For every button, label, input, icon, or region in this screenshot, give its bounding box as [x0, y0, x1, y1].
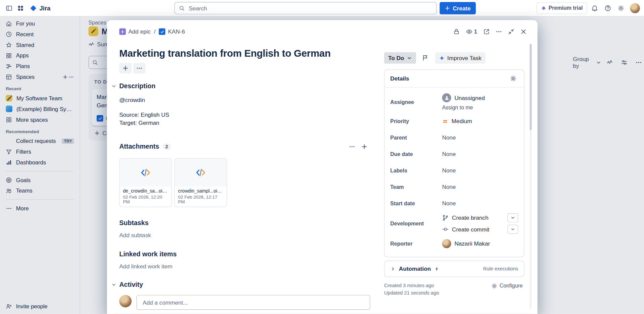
- unassigned-avatar-icon: [442, 93, 451, 102]
- configure-button[interactable]: Configure: [490, 282, 524, 290]
- flag-button[interactable]: [419, 52, 431, 64]
- more-icon: [136, 65, 143, 72]
- plus-icon: [122, 65, 129, 72]
- more-icon: [349, 143, 356, 150]
- attachment-card[interactable]: de_crowdin_sa...oid.xml 02 Feb 2026, 12:…: [119, 158, 172, 207]
- priority-medium-icon: [442, 118, 448, 124]
- content-more-button[interactable]: [133, 63, 146, 73]
- updated-timestamp: Updated 21 seconds ago: [384, 289, 439, 297]
- code-file-icon: [195, 167, 206, 178]
- watch-button[interactable]: 1: [463, 26, 480, 37]
- attachment-card[interactable]: crowdin_sampl...oid.xml 02 Feb 2026, 12:…: [174, 158, 227, 207]
- top-navigation: Jira Create Premium trial: [0, 0, 644, 16]
- app-name: Jira: [40, 4, 51, 11]
- chevron-down-icon[interactable]: [111, 282, 117, 287]
- scrollbar-thumb[interactable]: [530, 44, 532, 130]
- task-type-icon: [159, 29, 166, 35]
- modal-scrollbar[interactable]: [530, 44, 532, 309]
- user-avatar[interactable]: [630, 3, 640, 13]
- created-timestamp: Created 3 minutes ago: [384, 282, 439, 289]
- eye-icon: [466, 29, 472, 35]
- details-panel: Details Assignee Unassigned Assign t: [384, 69, 524, 257]
- add-linked-item-button[interactable]: Add linked work item: [119, 263, 370, 270]
- team-value[interactable]: None: [442, 184, 518, 190]
- priority-value[interactable]: Medium: [442, 118, 518, 125]
- watch-count: 1: [474, 29, 477, 35]
- assign-to-me-link[interactable]: Assign to me: [442, 104, 518, 110]
- bell-icon: [591, 5, 598, 11]
- premium-trial-button[interactable]: Premium trial: [537, 2, 587, 14]
- epic-icon: [119, 29, 126, 35]
- reporter-value[interactable]: Nazarii Makar: [442, 239, 518, 248]
- description-target-line: Target: German: [119, 119, 370, 127]
- gear-icon: [491, 283, 497, 289]
- comment-input[interactable]: [142, 299, 365, 306]
- attachment-filename: crowdin_sampl...oid.xml: [178, 189, 223, 194]
- flag-icon: [422, 55, 428, 61]
- settings-button[interactable]: [615, 2, 627, 14]
- activity-heading: Activity: [119, 281, 143, 289]
- assignee-value[interactable]: Unassigned: [442, 93, 518, 102]
- details-settings-button[interactable]: [508, 73, 518, 83]
- help-button[interactable]: [602, 2, 613, 14]
- breadcrumb-separator: /: [154, 29, 156, 35]
- share-icon: [483, 29, 490, 35]
- issue-key-link[interactable]: KAN-6: [159, 29, 185, 35]
- close-modal-button[interactable]: [518, 26, 529, 37]
- collapse-modal-button[interactable]: [505, 26, 517, 37]
- create-commit-row[interactable]: Create commit: [442, 225, 518, 234]
- attachments-heading: Attachments: [119, 143, 159, 150]
- global-search-input[interactable]: [188, 4, 432, 12]
- branch-dropdown-button[interactable]: [507, 213, 518, 222]
- issue-title[interactable]: Marketing translation from English to Ge…: [119, 47, 370, 60]
- app-switcher-button[interactable]: [15, 2, 26, 14]
- chevron-down-icon: [510, 227, 515, 232]
- attachments-more-button[interactable]: [346, 141, 358, 152]
- premium-diamond-icon: [541, 6, 546, 11]
- share-button[interactable]: [481, 26, 492, 37]
- jira-logo[interactable]: Jira: [26, 4, 54, 12]
- subtasks-heading: Subtasks: [119, 219, 148, 227]
- start-date-value[interactable]: None: [442, 200, 518, 207]
- commit-icon: [442, 226, 449, 233]
- notifications-button[interactable]: [589, 2, 600, 14]
- status-dropdown[interactable]: To Do: [384, 52, 416, 64]
- labels-value[interactable]: None: [442, 167, 518, 174]
- plus-icon: [445, 5, 450, 11]
- add-subtask-button[interactable]: Add subtask: [119, 232, 370, 239]
- description-body[interactable]: @crowdin Source: English US Target: Germ…: [119, 96, 370, 127]
- chevron-down-icon[interactable]: [111, 84, 117, 89]
- due-date-value[interactable]: None: [442, 151, 518, 157]
- comment-box: [137, 295, 370, 310]
- parent-value[interactable]: None: [442, 135, 518, 141]
- premium-trial-label: Premium trial: [549, 5, 583, 11]
- details-heading: Details: [390, 75, 409, 82]
- linked-work-items-section: Linked work items Add linked work item: [119, 251, 370, 269]
- automation-panel[interactable]: Automation Rule executions: [384, 261, 524, 277]
- improve-task-button[interactable]: Improve Task: [435, 52, 486, 64]
- activity-section: Activity Suggest a reply Who is working …: [119, 281, 370, 314]
- modal-more-button[interactable]: [493, 26, 505, 37]
- gear-icon: [618, 5, 625, 11]
- add-attachment-button[interactable]: [359, 141, 370, 152]
- create-button-label: Create: [453, 5, 470, 12]
- restrict-access-button[interactable]: [451, 26, 462, 37]
- create-button[interactable]: Create: [440, 2, 475, 14]
- mention-crowdin: @crowdin: [119, 96, 370, 104]
- field-priority: Priority Medium: [390, 113, 518, 129]
- field-development: Development Create branch Create commit: [390, 212, 518, 235]
- sidebar-toggle-button[interactable]: [3, 2, 15, 14]
- field-labels: Labels None: [390, 162, 518, 179]
- attachment-date: 02 Feb 2026, 12:20 PM: [123, 194, 168, 204]
- add-content-button[interactable]: [119, 63, 132, 73]
- lock-icon: [453, 29, 460, 35]
- field-reporter: Reporter Nazarii Makar: [390, 235, 518, 252]
- code-file-icon: [140, 167, 151, 178]
- add-epic-button[interactable]: Add epic: [119, 29, 151, 35]
- field-due-date: Due date None: [390, 146, 518, 162]
- chevron-right-icon: [390, 266, 396, 271]
- search-icon: [179, 5, 185, 11]
- attachment-date: 02 Feb 2026, 12:17 PM: [178, 194, 223, 204]
- create-branch-row[interactable]: Create branch: [442, 213, 518, 222]
- commit-dropdown-button[interactable]: [507, 225, 518, 234]
